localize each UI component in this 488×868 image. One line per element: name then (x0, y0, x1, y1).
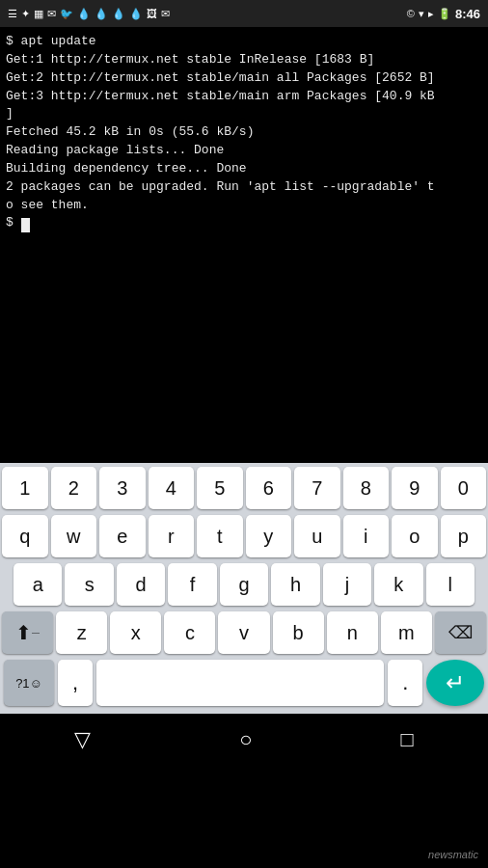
key-8[interactable]: 8 (343, 467, 390, 509)
qwerty-row: q w e r t y u i o p (0, 511, 488, 559)
key-b[interactable]: b (273, 611, 324, 654)
shift-key[interactable]: ⬆— (2, 611, 53, 654)
return-key[interactable]: ↵ (426, 660, 484, 706)
key-5[interactable]: 5 (197, 467, 243, 509)
status-icons-left: ☰ ✦ ▦ ✉ 🐦 💧 💧 💧 💧 🖼 ✉ (8, 8, 170, 20)
status-icon: 💧 (112, 8, 125, 20)
key-9[interactable]: 9 (392, 467, 438, 509)
status-time: 8:46 (455, 7, 480, 21)
signal-icon: ▸ (428, 8, 434, 20)
key-l[interactable]: l (426, 563, 474, 606)
terminal-output: $ apt update Get:1 http://termux.net sta… (6, 33, 482, 232)
key-7[interactable]: 7 (294, 467, 340, 509)
status-icons-right: © ▾ ▸ 🔋 8:46 (407, 7, 480, 21)
status-icon: ✉ (161, 8, 170, 20)
status-icon: 💧 (95, 8, 108, 20)
wifi-icon: ▾ (419, 8, 424, 20)
backspace-key[interactable]: ⌫ (435, 611, 486, 654)
status-icon: 🖼 (147, 8, 157, 19)
key-g[interactable]: g (220, 563, 268, 606)
status-icon: ✉ (47, 8, 56, 20)
status-icon: ☰ (8, 8, 17, 20)
key-y[interactable]: y (246, 515, 292, 557)
home-button[interactable]: ○ (239, 727, 252, 752)
key-r[interactable]: r (149, 515, 195, 557)
spacebar[interactable] (96, 660, 384, 706)
terminal-cursor (21, 218, 30, 232)
asdf-row: a s d f g h j k l (0, 559, 488, 608)
keyboard: 1 2 3 4 5 6 7 8 9 0 q w e r t y u i o p … (0, 463, 488, 714)
status-icon: ▦ (34, 8, 43, 20)
key-q[interactable]: q (2, 515, 48, 557)
key-3[interactable]: 3 (99, 467, 146, 509)
key-f[interactable]: f (168, 563, 216, 606)
terminal[interactable]: $ apt update Get:1 http://termux.net sta… (0, 27, 488, 463)
back-button[interactable]: ▽ (74, 727, 91, 752)
key-x[interactable]: x (110, 611, 161, 654)
key-4[interactable]: 4 (149, 467, 195, 509)
status-icon: 🐦 (60, 8, 73, 20)
key-6[interactable]: 6 (246, 467, 292, 509)
key-j[interactable]: j (323, 563, 371, 606)
key-comma[interactable]: , (58, 660, 93, 706)
key-u[interactable]: u (294, 515, 340, 557)
key-w[interactable]: w (51, 515, 97, 557)
number-row: 1 2 3 4 5 6 7 8 9 0 (0, 463, 488, 511)
watermark: newsmatic (428, 849, 478, 860)
key-period[interactable]: . (388, 660, 422, 706)
key-o[interactable]: o (392, 515, 438, 557)
key-z[interactable]: z (56, 611, 107, 654)
status-icon: 💧 (129, 8, 143, 20)
key-v[interactable]: v (218, 611, 269, 654)
status-icon: ✦ (21, 8, 30, 20)
key-m[interactable]: m (381, 611, 432, 654)
nav-bar: ▽ ○ □ (0, 714, 488, 766)
bottom-row: ?1☺ , . ↵ (0, 656, 488, 714)
key-d[interactable]: d (117, 563, 165, 606)
key-2[interactable]: 2 (51, 467, 97, 509)
emoji-key[interactable]: ?1☺ (4, 660, 54, 706)
key-a[interactable]: a (14, 563, 62, 606)
key-i[interactable]: i (343, 515, 390, 557)
key-k[interactable]: k (374, 563, 422, 606)
key-h[interactable]: h (271, 563, 319, 606)
zxcv-row: ⬆— z x c v b n m ⌫ (0, 608, 488, 656)
key-s[interactable]: s (65, 563, 113, 606)
key-t[interactable]: t (197, 515, 243, 557)
status-icon: 💧 (77, 8, 91, 20)
key-c[interactable]: c (164, 611, 215, 654)
key-p[interactable]: p (441, 515, 487, 557)
copyright-icon: © (407, 8, 415, 19)
key-n[interactable]: n (327, 611, 378, 654)
key-e[interactable]: e (99, 515, 146, 557)
battery-icon: 🔋 (438, 8, 451, 20)
key-1[interactable]: 1 (2, 467, 48, 509)
key-0[interactable]: 0 (441, 467, 487, 509)
status-bar: ☰ ✦ ▦ ✉ 🐦 💧 💧 💧 💧 🖼 ✉ © ▾ ▸ 🔋 8:46 (0, 0, 488, 27)
recent-apps-button[interactable]: □ (401, 727, 414, 752)
